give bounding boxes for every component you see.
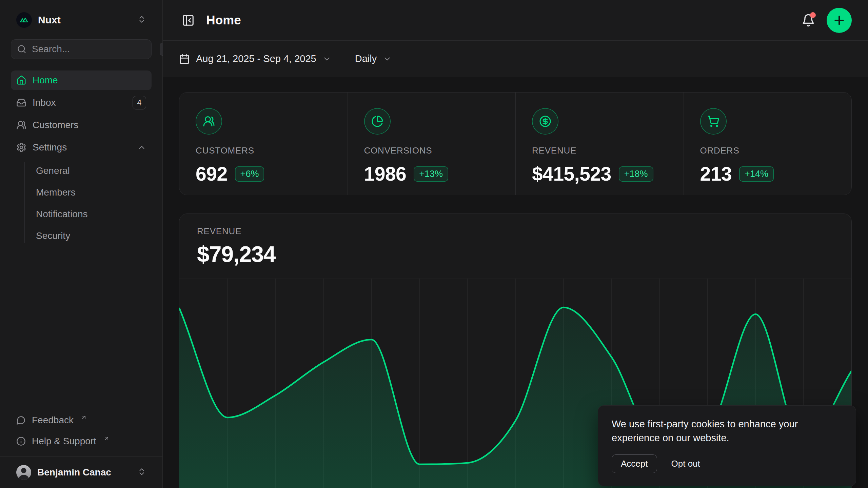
sidebar-item-label: Inbox [33,97,56,108]
stat-card-orders[interactable]: ORDERS 213 +14% [684,93,852,195]
search-input[interactable] [32,44,154,55]
workspace-name: Nuxt [38,14,61,26]
chevrons-up-down-icon [137,15,146,25]
stat-card-customers[interactable]: CUSTOMERS 692 +6% [179,93,348,195]
inbox-icon [16,98,26,108]
granularity-select[interactable]: Daily [355,53,392,64]
pie-chart-icon [364,108,391,135]
chevron-down-icon [383,55,392,63]
stat-label: ORDERS [700,145,835,156]
help-support-link[interactable]: Help & Support [11,431,152,452]
revenue-chart-header: REVENUE $79,234 [179,214,851,267]
plus-icon [832,14,846,27]
revenue-chart-label: REVENUE [197,226,834,237]
sub-list-rail [24,162,25,243]
workspace-switcher[interactable]: Nuxt [11,9,152,30]
sidebar-item-settings[interactable]: Settings [11,138,152,157]
chevrons-up-down-icon [137,467,146,477]
panel-collapse-icon [182,14,195,27]
sidebar: Nuxt ⌘ K Home [0,0,163,488]
sidebar-item-label: Home [33,75,58,86]
stat-delta-badge: +6% [235,166,264,182]
stat-value: 692 [196,163,228,185]
sidebar-item-customers[interactable]: Customers [11,115,152,135]
opt-out-button[interactable]: Opt out [671,459,700,469]
stat-value: 213 [700,163,732,185]
date-range-picker[interactable]: Aug 21, 2025 - Sep 4, 2025 [179,53,331,64]
sub-item-label: Members [36,187,76,198]
add-button[interactable] [827,8,852,33]
sidebar-user-section: Benjamin Canac [0,456,162,488]
message-bubble-icon [16,415,26,425]
cookie-consent-banner: We use first-party cookies to enhance yo… [598,405,856,486]
cookie-actions: Accept Opt out [612,454,842,473]
sidebar-item-members[interactable]: Members [11,182,152,203]
sidebar-item-home[interactable]: Home [11,70,152,90]
filters-toolbar: Aug 21, 2025 - Sep 4, 2025 Daily [163,41,868,77]
gear-icon [16,142,26,152]
stat-delta-badge: +14% [739,166,774,182]
sidebar-collapse-button[interactable] [179,11,197,29]
dollar-circle-icon [532,108,558,135]
help-support-label: Help & Support [32,436,96,447]
granularity-label: Daily [355,53,377,64]
stats-row: CUSTOMERS 692 +6% CONVERSIONS 1986 +13% [179,92,852,195]
avatar [16,465,31,480]
info-circle-icon [16,436,26,446]
sidebar-item-security[interactable]: Security [11,225,152,247]
shopping-cart-icon [700,108,727,135]
external-link-icon [80,414,87,421]
feedback-link[interactable]: Feedback [11,410,152,431]
inbox-count-badge: 4 [133,96,146,109]
stat-label: REVENUE [532,145,667,156]
users-icon [196,108,222,135]
cookie-message: We use first-party cookies to enhance yo… [612,417,832,445]
nuxt-logo-icon [16,12,32,28]
sub-item-label: Notifications [36,209,88,220]
stat-value: $415,523 [532,163,611,185]
sidebar-footer: Feedback Help & Support [0,410,162,456]
users-icon [16,120,26,130]
stat-delta-badge: +18% [619,166,653,182]
user-name: Benjamin Canac [37,467,111,478]
house-icon [16,75,26,85]
page-header: Home [163,0,868,41]
accept-button[interactable]: Accept [612,454,657,473]
unread-indicator-dot [810,12,816,18]
search-icon [17,44,26,54]
sub-item-label: General [36,165,70,176]
revenue-chart-value: $79,234 [197,241,834,267]
sub-item-label: Security [36,230,70,241]
notifications-button[interactable] [799,11,818,30]
stat-label: CUSTOMERS [196,145,331,156]
sidebar-item-general[interactable]: General [11,160,152,182]
sidebar-item-inbox[interactable]: Inbox 4 [11,93,152,113]
external-link-icon [103,435,110,442]
stat-value: 1986 [364,163,407,185]
user-menu-button[interactable]: Benjamin Canac [11,462,152,483]
sidebar-spacer [0,249,162,410]
stat-label: CONVERSIONS [364,145,499,156]
stat-delta-badge: +13% [414,166,448,182]
sidebar-item-label: Settings [33,142,67,153]
feedback-label: Feedback [32,415,74,426]
date-range-label: Aug 21, 2025 - Sep 4, 2025 [196,53,316,64]
stat-card-conversions[interactable]: CONVERSIONS 1986 +13% [348,93,516,195]
settings-sub-list: General Members Notifications Security [11,160,152,247]
header-actions [799,8,852,33]
search-input-wrapper[interactable]: ⌘ K [11,39,152,59]
sidebar-item-notifications[interactable]: Notifications [11,203,152,225]
sidebar-nav: Home Inbox 4 Customers Settings [0,70,162,249]
stat-card-revenue[interactable]: REVENUE $415,523 +18% [515,93,684,195]
chevron-up-icon [137,143,146,152]
chevron-down-icon [322,55,331,63]
calendar-icon [179,54,190,64]
page-title: Home [206,13,241,27]
sidebar-item-label: Customers [33,120,78,130]
